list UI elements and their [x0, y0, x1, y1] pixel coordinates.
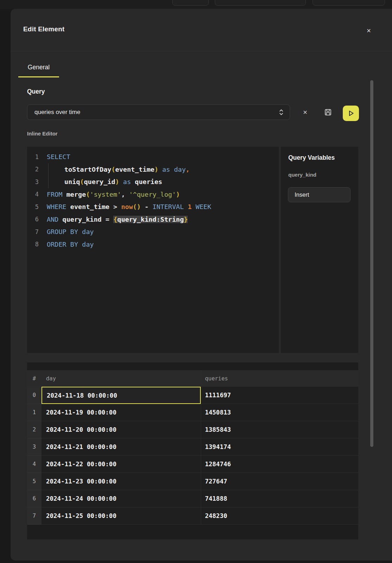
code-line[interactable]: 5WHERE event_time > now() - INTERVAL 1 W… [27, 201, 279, 213]
indent-guide [48, 176, 64, 188]
play-icon [347, 109, 355, 117]
code-token [66, 228, 70, 235]
code-line[interactable]: 8ORDER BY day [27, 238, 279, 251]
queries-cell[interactable]: 727647 [201, 473, 358, 490]
queries-cell[interactable]: 1111697 [201, 387, 358, 404]
code-token [170, 166, 174, 173]
code-token: WEEK [195, 203, 211, 210]
queries-cell[interactable]: 1385843 [201, 421, 358, 438]
queries-cell[interactable]: 741888 [201, 490, 358, 507]
code-token: ) [154, 166, 158, 173]
day-cell[interactable]: 2024-11-25 00:00:00 [41, 507, 201, 525]
query-select[interactable]: queries over time [27, 105, 290, 120]
sql-code-editor[interactable]: 1SELECT2toStartOfDay(event_time) as day,… [27, 147, 279, 353]
background-toolbar-button-3[interactable] [313, 0, 385, 6]
background-toolbar-button-2[interactable] [215, 0, 306, 6]
code-token: event_time [115, 166, 154, 173]
results-grid: #dayqueries02024-11-18 00:00:00111169712… [27, 370, 358, 525]
queries-cell[interactable]: 1394174 [201, 438, 358, 456]
day-cell[interactable]: 2024-11-22 00:00:00 [41, 456, 201, 473]
code-token: as [162, 166, 170, 173]
code-token: day [82, 241, 94, 248]
code-token [184, 203, 188, 210]
code-token: AND [47, 216, 58, 223]
code-line[interactable]: 7GROUP BY day [27, 226, 279, 238]
query-variables-title: Query Variables [288, 154, 335, 162]
clear-query-button[interactable]: ✕ [299, 106, 311, 119]
background-toolbar-button-1[interactable] [172, 0, 209, 6]
code-token: WHERE [47, 203, 66, 210]
code-token: as [123, 178, 131, 185]
code-token [78, 228, 82, 235]
row-index-cell: 6 [27, 490, 41, 507]
code-token: query_kind:String [117, 216, 184, 223]
code-token [66, 203, 70, 210]
query-variables-panel: Query Variables query_kind Insert [281, 147, 358, 353]
column-header-index[interactable]: # [27, 370, 41, 387]
row-index-cell: 3 [27, 438, 41, 456]
code-token: > [109, 203, 121, 210]
code-token: - [141, 203, 152, 210]
modal-header: Edit Element ✕ [11, 9, 392, 51]
line-number: 8 [27, 241, 39, 248]
code-token: ORDER [47, 241, 66, 248]
code-token: query_kind [63, 216, 102, 223]
code-token [119, 178, 123, 185]
code-token: , [186, 166, 189, 173]
queries-cell[interactable]: 248230 [201, 507, 358, 525]
code-token: query_id [84, 178, 115, 185]
indent-guide [48, 163, 64, 176]
code-token: } [184, 216, 188, 223]
code-token: day [82, 228, 94, 235]
row-index-cell: 0 [27, 387, 41, 404]
row-index-cell: 2 [27, 421, 41, 438]
column-header-queries[interactable]: queries [201, 370, 358, 387]
modal-scrollbar-thumb[interactable] [370, 80, 373, 447]
queries-cell[interactable]: 1450813 [201, 404, 358, 421]
tab-general[interactable]: General [18, 63, 59, 77]
code-editor-lines: 1SELECT2toStartOfDay(event_time) as day,… [27, 151, 279, 251]
code-token: event_time [70, 203, 109, 210]
inline-editor-section: 1SELECT2toStartOfDay(event_time) as day,… [27, 147, 358, 353]
query-results-table: #dayqueries02024-11-18 00:00:00111169712… [27, 362, 358, 539]
code-token: GROUP [47, 228, 66, 235]
save-query-button[interactable] [322, 106, 334, 119]
line-number: 7 [27, 228, 39, 235]
edit-element-modal: Edit Element ✕ General Query queries ove… [11, 9, 392, 561]
code-token: uniq [64, 178, 80, 185]
code-token: INTERVAL [153, 203, 184, 210]
day-cell[interactable]: 2024-11-20 00:00:00 [41, 421, 201, 438]
inline-editor-label: Inline Editor [27, 131, 58, 137]
day-cell[interactable]: 2024-11-21 00:00:00 [41, 438, 201, 456]
code-token [58, 216, 62, 223]
screen: Edit Element ✕ General Query queries ove… [0, 0, 392, 563]
line-number: 6 [27, 216, 39, 223]
queries-cell[interactable]: 1284746 [201, 456, 358, 473]
code-line[interactable]: 2toStartOfDay(event_time) as day, [27, 163, 279, 176]
code-token: ( [111, 166, 115, 173]
code-line[interactable]: 3uniq(query_id) as queries [27, 176, 279, 188]
code-token: BY [70, 228, 78, 235]
modal-title: Edit Element [23, 25, 64, 33]
code-token: 1 [188, 203, 192, 210]
day-cell[interactable]: 2024-11-23 00:00:00 [41, 473, 201, 490]
variable-name-label: query_kind [288, 172, 316, 178]
code-token: '^query_log' [129, 191, 176, 198]
run-query-button[interactable] [343, 106, 359, 121]
code-line[interactable]: 4FROM merge('system', '^query_log') [27, 188, 279, 201]
code-token [192, 203, 195, 210]
day-cell[interactable]: 2024-11-19 00:00:00 [41, 404, 201, 421]
code-line[interactable]: 1SELECT [27, 151, 279, 163]
close-icon[interactable]: ✕ [364, 26, 374, 36]
code-line[interactable]: 6AND query_kind = {query_kind:String} [27, 213, 279, 226]
day-cell-selected[interactable]: 2024-11-18 00:00:00 [41, 387, 201, 404]
code-token: ) [176, 191, 180, 198]
insert-variable-button[interactable]: Insert [288, 187, 351, 202]
code-token: = [102, 216, 113, 223]
row-index-cell: 5 [27, 473, 41, 490]
background-top-bar [0, 0, 392, 9]
day-cell[interactable]: 2024-11-24 00:00:00 [41, 490, 201, 507]
column-header-day[interactable]: day [41, 370, 201, 387]
line-number: 2 [27, 166, 39, 173]
code-token: queries [135, 178, 162, 185]
